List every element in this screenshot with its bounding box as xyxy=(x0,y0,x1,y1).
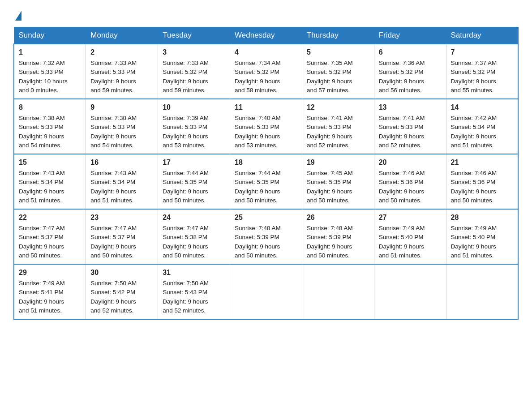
day-cell-5: 5Sunrise: 7:35 AMSunset: 5:32 PMDaylight… xyxy=(302,44,374,99)
calendar-table: SundayMondayTuesdayWednesdayThursdayFrid… xyxy=(13,27,519,320)
empty-cell xyxy=(302,264,374,319)
day-cell-28: 28Sunrise: 7:49 AMSunset: 5:40 PMDayligh… xyxy=(446,209,518,264)
day-cell-16: 16Sunrise: 7:43 AMSunset: 5:34 PMDayligh… xyxy=(86,154,158,209)
empty-cell xyxy=(374,264,446,319)
week-row-3: 15Sunrise: 7:43 AMSunset: 5:34 PMDayligh… xyxy=(14,154,518,209)
column-header-sunday: Sunday xyxy=(14,27,86,44)
day-cell-17: 17Sunrise: 7:44 AMSunset: 5:35 PMDayligh… xyxy=(158,154,230,209)
day-cell-15: 15Sunrise: 7:43 AMSunset: 5:34 PMDayligh… xyxy=(14,154,86,209)
day-cell-7: 7Sunrise: 7:37 AMSunset: 5:32 PMDaylight… xyxy=(446,44,518,99)
column-header-wednesday: Wednesday xyxy=(230,27,302,44)
day-cell-11: 11Sunrise: 7:40 AMSunset: 5:33 PMDayligh… xyxy=(230,99,302,154)
day-cell-23: 23Sunrise: 7:47 AMSunset: 5:37 PMDayligh… xyxy=(86,209,158,264)
week-row-4: 22Sunrise: 7:47 AMSunset: 5:37 PMDayligh… xyxy=(14,209,518,264)
day-cell-2: 2Sunrise: 7:33 AMSunset: 5:33 PMDaylight… xyxy=(86,44,158,99)
day-cell-26: 26Sunrise: 7:48 AMSunset: 5:39 PMDayligh… xyxy=(302,209,374,264)
page-header xyxy=(13,9,519,19)
column-header-tuesday: Tuesday xyxy=(158,27,230,44)
day-cell-6: 6Sunrise: 7:36 AMSunset: 5:32 PMDaylight… xyxy=(374,44,446,99)
day-cell-22: 22Sunrise: 7:47 AMSunset: 5:37 PMDayligh… xyxy=(14,209,86,264)
day-cell-14: 14Sunrise: 7:42 AMSunset: 5:34 PMDayligh… xyxy=(446,99,518,154)
header-row: SundayMondayTuesdayWednesdayThursdayFrid… xyxy=(14,27,518,44)
column-header-friday: Friday xyxy=(374,27,446,44)
day-cell-10: 10Sunrise: 7:39 AMSunset: 5:33 PMDayligh… xyxy=(158,99,230,154)
logo xyxy=(13,9,21,19)
day-cell-21: 21Sunrise: 7:46 AMSunset: 5:36 PMDayligh… xyxy=(446,154,518,209)
day-cell-24: 24Sunrise: 7:47 AMSunset: 5:38 PMDayligh… xyxy=(158,209,230,264)
day-cell-12: 12Sunrise: 7:41 AMSunset: 5:33 PMDayligh… xyxy=(302,99,374,154)
empty-cell xyxy=(230,264,302,319)
day-cell-30: 30Sunrise: 7:50 AMSunset: 5:42 PMDayligh… xyxy=(86,264,158,319)
day-cell-25: 25Sunrise: 7:48 AMSunset: 5:39 PMDayligh… xyxy=(230,209,302,264)
day-cell-4: 4Sunrise: 7:34 AMSunset: 5:32 PMDaylight… xyxy=(230,44,302,99)
day-cell-18: 18Sunrise: 7:44 AMSunset: 5:35 PMDayligh… xyxy=(230,154,302,209)
column-header-thursday: Thursday xyxy=(302,27,374,44)
day-cell-20: 20Sunrise: 7:46 AMSunset: 5:36 PMDayligh… xyxy=(374,154,446,209)
column-header-monday: Monday xyxy=(86,27,158,44)
day-cell-9: 9Sunrise: 7:38 AMSunset: 5:33 PMDaylight… xyxy=(86,99,158,154)
day-cell-1: 1Sunrise: 7:32 AMSunset: 5:33 PMDaylight… xyxy=(14,44,86,99)
empty-cell xyxy=(446,264,518,319)
week-row-1: 1Sunrise: 7:32 AMSunset: 5:33 PMDaylight… xyxy=(14,44,518,99)
day-cell-27: 27Sunrise: 7:49 AMSunset: 5:40 PMDayligh… xyxy=(374,209,446,264)
week-row-2: 8Sunrise: 7:38 AMSunset: 5:33 PMDaylight… xyxy=(14,99,518,154)
column-header-saturday: Saturday xyxy=(446,27,518,44)
day-cell-13: 13Sunrise: 7:41 AMSunset: 5:33 PMDayligh… xyxy=(374,99,446,154)
logo-triangle-icon xyxy=(15,11,21,21)
day-cell-29: 29Sunrise: 7:49 AMSunset: 5:41 PMDayligh… xyxy=(14,264,86,319)
day-cell-3: 3Sunrise: 7:33 AMSunset: 5:32 PMDaylight… xyxy=(158,44,230,99)
day-cell-31: 31Sunrise: 7:50 AMSunset: 5:43 PMDayligh… xyxy=(158,264,230,319)
week-row-5: 29Sunrise: 7:49 AMSunset: 5:41 PMDayligh… xyxy=(14,264,518,319)
day-cell-8: 8Sunrise: 7:38 AMSunset: 5:33 PMDaylight… xyxy=(14,99,86,154)
day-cell-19: 19Sunrise: 7:45 AMSunset: 5:35 PMDayligh… xyxy=(302,154,374,209)
